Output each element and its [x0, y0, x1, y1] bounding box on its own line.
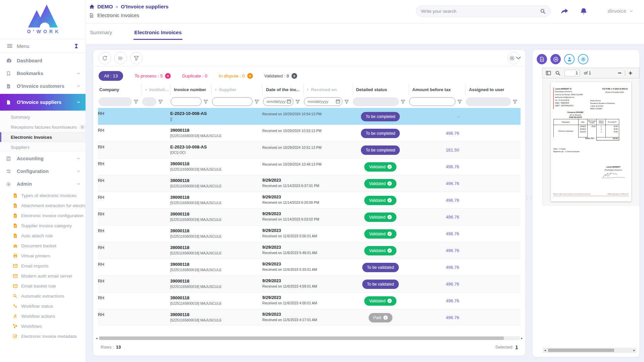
table-settings-button[interactable] — [507, 52, 520, 64]
column-header-assigned-to-user[interactable]: Assigned to user — [465, 84, 521, 95]
user-menu[interactable]: dinvoice — [608, 8, 633, 14]
company-filter-select[interactable] — [99, 98, 132, 106]
funnel-icon[interactable] — [458, 100, 462, 104]
app-logo[interactable]: O'WORK — [0, 0, 86, 34]
sidebar-item-email-basket-rule[interactable]: Email basket rule — [0, 281, 86, 291]
sidebar-item-configuration[interactable]: Configuration — [0, 165, 86, 178]
amount-link[interactable]: 496.76 — [409, 226, 465, 242]
column-header-invoice-number[interactable]: Invoice number — [170, 84, 211, 95]
scroll-left-icon[interactable]: ◄ — [543, 349, 547, 352]
pdf-export-button[interactable] — [537, 54, 547, 64]
sidebar-item-virtual-printers[interactable]: Virtual printers — [0, 251, 86, 261]
column-header-date-of-the-inv[interactable]: Date of the inv... — [262, 84, 303, 95]
sidebar-item-workflow-status[interactable]: Workflow status — [0, 301, 86, 311]
amount-link[interactable]: 496.76 — [409, 259, 465, 276]
sidebar-item-accounting[interactable]: Accounting — [0, 152, 86, 165]
breadcrumb-section[interactable]: O'Invoice suppliers — [121, 4, 168, 10]
pdf-page-input[interactable] — [565, 70, 580, 76]
filter-chip-all[interactable]: All : 13 — [99, 71, 123, 81]
table-row[interactable]: RH39000118[52251165800018] MAJUSCULERece… — [98, 158, 521, 175]
sidebar-item-email-imports[interactable]: Email imports — [0, 261, 86, 271]
scrollbar-track[interactable] — [547, 348, 632, 353]
funnel-icon[interactable] — [158, 100, 163, 104]
sidebar-item-supplier-invoice-category[interactable]: Supplier invoice category — [0, 221, 86, 231]
amount-link[interactable]: 161.50 — [409, 142, 465, 158]
sidebar-item-types-of-electronic-invoices[interactable]: Types of electronic invoices — [0, 190, 86, 200]
scrollbar-thumb[interactable] — [99, 337, 504, 340]
sidebar-item-workflows[interactable]: Workflows — [0, 321, 86, 331]
sidebar-item-o-invoice-suppliers[interactable]: O'Invoice suppliers — [0, 94, 86, 111]
amount-link[interactable]: 496.76 — [409, 309, 465, 326]
scrollbar-thumb[interactable] — [548, 349, 614, 352]
bell-icon[interactable] — [580, 7, 588, 15]
funnel-icon[interactable] — [513, 100, 517, 104]
sidebar-item-o-invoice-customers[interactable]: O'Invoice customers — [0, 80, 86, 93]
table-row[interactable]: RH39000118[52251165800018] MAJUSCULERece… — [98, 125, 521, 141]
invoice-number-filter-input[interactable] — [171, 97, 201, 106]
share-icon[interactable] — [560, 7, 569, 15]
breadcrumb[interactable]: DEMO > O'Invoice suppliers — [89, 4, 168, 10]
filter-chip-in-dispute[interactable]: In dispute : 0+ — [219, 73, 253, 79]
instituti-filter-select[interactable] — [142, 98, 157, 106]
panel-resize-handle[interactable]: ⋮⋮ — [526, 195, 531, 208]
horizontal-scrollbar[interactable]: ◄ ► — [95, 336, 524, 341]
sidebar-item-auto-attach-rule[interactable]: Auto attach rule — [0, 231, 86, 241]
filter-chip-validated[interactable]: Validated : 8+ — [264, 73, 297, 79]
sidebar-item-r-ceptions-factures-fournisseurs[interactable]: Réceptions factures fournisseurs0 — [0, 122, 86, 132]
pdf-sidebar-toggle-icon[interactable] — [546, 70, 551, 76]
amount-link[interactable]: 496.76 — [409, 175, 465, 192]
column-header-supplier[interactable]: Supplier — [211, 84, 262, 95]
funnel-icon[interactable] — [344, 100, 349, 104]
table-row[interactable]: RH39000118[52251165800018] MAJUSCULE9/29… — [98, 208, 521, 225]
table-row[interactable]: RHE-2023-10-008-AS[]Received on 10/29/20… — [98, 108, 521, 125]
amount-before-tax-filter-input[interactable] — [409, 97, 455, 106]
funnel-icon[interactable] — [401, 100, 405, 104]
filter-button[interactable] — [130, 52, 143, 64]
scroll-left-icon[interactable]: ◄ — [95, 337, 99, 340]
supplier-filter-input[interactable] — [212, 97, 253, 106]
filter-chip-duplicate[interactable]: Duplicate : 0 — [182, 73, 207, 78]
assigned-to-user-filter-select[interactable] — [466, 98, 511, 106]
table-row[interactable]: RH39000118[52251165800018] MAJUSCULE9/29… — [98, 192, 521, 208]
sidebar-item-modern-auth-email-server[interactable]: Modern auth email server — [0, 271, 86, 281]
column-header-received-on[interactable]: Received on — [303, 84, 352, 95]
zoom-in-button[interactable]: + — [625, 69, 636, 77]
amount-link[interactable]: 496.76 — [409, 276, 465, 292]
column-header-company[interactable]: Company — [98, 84, 142, 95]
breadcrumb-home[interactable]: DEMO — [97, 4, 113, 10]
filter-chip-to-process[interactable]: To process : 5+ — [135, 73, 171, 79]
scroll-right-icon[interactable]: ► — [520, 337, 524, 340]
scroll-right-icon[interactable]: ► — [632, 349, 637, 352]
menu-toggle[interactable]: Menu — [0, 39, 86, 53]
tab-electronic-invoices[interactable]: Electronic Invoices — [133, 28, 182, 40]
assign-user-button[interactable] — [564, 54, 575, 64]
sidebar-item-workflow-actions[interactable]: Workflow actions — [0, 311, 86, 321]
columns-button[interactable] — [114, 52, 127, 64]
sidebar-item-bookmarks[interactable]: Bookmarks — [0, 67, 86, 80]
sidebar-item-electronic-invoice-configuration[interactable]: Electronic invoice configuration — [0, 210, 86, 221]
table-row[interactable]: RH39000118[52251165800018] MAJUSCULE9/29… — [98, 242, 521, 259]
sidebar-item-suppliers[interactable]: Suppliers — [0, 142, 86, 152]
table-row[interactable]: RH39000118[52251165800018] MAJUSCULE9/29… — [98, 276, 521, 292]
funnel-icon[interactable] — [204, 100, 208, 104]
search-icon[interactable] — [540, 8, 546, 14]
column-header-detailed-status[interactable]: Detailed status — [352, 84, 409, 95]
funnel-icon[interactable] — [255, 100, 259, 104]
scrollbar-track[interactable] — [99, 336, 520, 340]
table-row[interactable]: RH39000118[52251165800018] MAJUSCULE9/29… — [98, 225, 521, 242]
amount-link[interactable]: 496.76 — [409, 209, 465, 225]
amount-link[interactable]: 496.76 — [409, 125, 465, 141]
sidebar-item-electronic-invoice-metadata[interactable]: Electronic invoice metadata — [0, 331, 86, 341]
sidebar-item-attachment-extraction-for-electronic-invoices[interactable]: Attachment extraction for electronic inv… — [0, 200, 86, 210]
hourglass-icon[interactable] — [74, 44, 79, 49]
detailed-status-filter-select[interactable] — [353, 98, 399, 106]
sidebar-item-admin[interactable]: Admin — [0, 178, 86, 190]
sidebar-item-electronic-invoices[interactable]: Electronic Invoices — [0, 132, 86, 142]
table-row[interactable]: RH39000118[52251165800018] MAJUSCULE9/29… — [98, 175, 521, 192]
sidebar-item-summary[interactable]: Summary — [0, 112, 86, 122]
refresh-button[interactable] — [99, 52, 111, 64]
tab-summary[interactable]: Summary — [89, 28, 113, 40]
zoom-out-button[interactable]: − — [614, 69, 625, 77]
amount-link[interactable]: 496.76 — [409, 159, 465, 175]
sidebar-item-automatic-extractions[interactable]: Automatic extractions — [0, 291, 86, 301]
